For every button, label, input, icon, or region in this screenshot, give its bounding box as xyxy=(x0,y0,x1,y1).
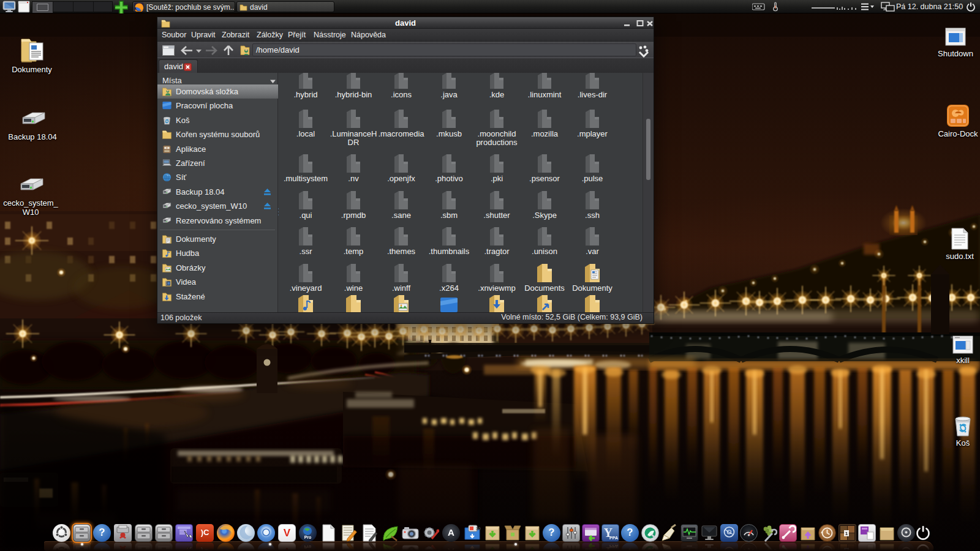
svg-text:1: 1 xyxy=(845,531,848,536)
svg-text:30: 30 xyxy=(476,527,481,531)
svg-text:PPA: PPA xyxy=(609,536,618,540)
svg-text:Pro: Pro xyxy=(304,535,312,539)
